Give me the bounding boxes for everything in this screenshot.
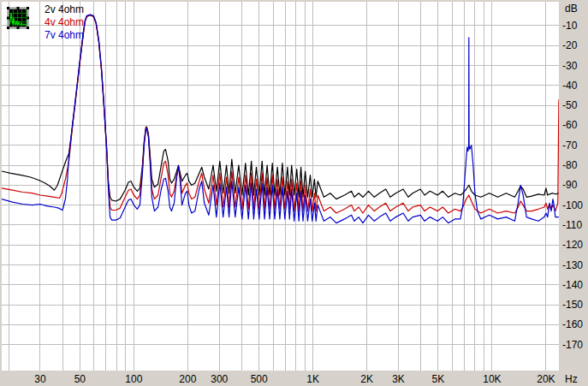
legend-item: 4v 4ohm [45, 16, 84, 29]
y-tick-label: -140 [562, 279, 583, 291]
x-tick-label: 100 [125, 373, 142, 385]
y-tick-label: -170 [562, 339, 583, 351]
x-tick-label: 5K [432, 373, 445, 385]
y-tick-label: -110 [562, 219, 582, 231]
x-tick-label: 200 [179, 373, 196, 385]
x-tick-label: 300 [211, 373, 228, 385]
legend: 2v 4ohm4v 4ohm7v 4ohm [45, 3, 84, 42]
x-axis-unit-label: Hz [565, 373, 578, 385]
spectrum-analyzer-window: 2v 4ohm4v 4ohm7v 4ohm dB Hz -10-20-30-40… [0, 0, 588, 386]
y-tick-label: -100 [562, 199, 583, 211]
y-tick-label: -40 [562, 80, 577, 92]
y-tick-label: -90 [562, 179, 577, 191]
legend-item: 7v 4ohm [45, 29, 84, 42]
spectrum-thumbnail-icon[interactable] [7, 7, 29, 29]
y-axis-unit-label: dB [565, 3, 578, 15]
y-tick-label: -80 [562, 159, 577, 171]
y-tick-label: -30 [562, 60, 577, 72]
x-tick-label: 20K [537, 373, 555, 385]
x-tick-label: 1K [306, 373, 319, 385]
y-tick-label: -20 [562, 39, 577, 51]
y-tick-label: -10 [562, 20, 577, 32]
x-tick-label: 3K [392, 373, 405, 385]
trace-2v-4ohm [2, 15, 559, 201]
y-tick-label: -60 [562, 119, 577, 131]
x-tick-label: 2K [360, 373, 373, 385]
y-tick-label: -150 [562, 299, 583, 311]
y-tick-label: -120 [562, 239, 583, 251]
y-tick-label: -50 [562, 99, 577, 111]
x-tick-label: 10K [483, 373, 501, 385]
y-tick-label: -70 [562, 140, 577, 151]
y-tick-label: -130 [562, 259, 583, 271]
x-tick-label: 50 [74, 373, 86, 385]
legend-item: 2v 4ohm [45, 3, 84, 16]
spectrum-chart [0, 0, 588, 386]
x-tick-label: 30 [34, 373, 45, 385]
y-tick-label: -160 [562, 318, 583, 330]
x-tick-label: 500 [251, 373, 268, 385]
